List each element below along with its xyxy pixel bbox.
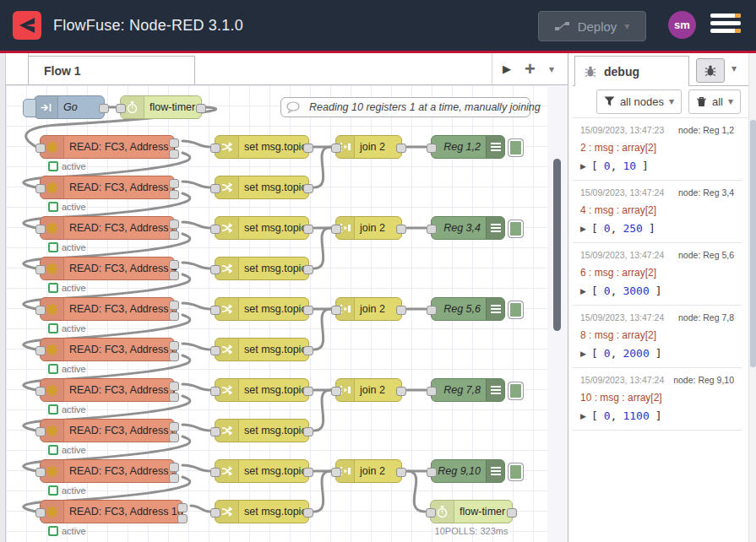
- output-port-1[interactable]: [169, 301, 179, 310]
- timer-node-bottom[interactable]: flow-timer: [430, 500, 513, 523]
- join-node[interactable]: join 2: [335, 297, 402, 321]
- debug-node-reg[interactable]: Reg 9,10: [431, 459, 505, 483]
- input-port[interactable]: [210, 144, 220, 153]
- add-flow-button[interactable]: +: [525, 61, 536, 78]
- output-port[interactable]: [303, 468, 313, 477]
- read-node[interactable]: READ: FC3, Address 7: [40, 378, 175, 402]
- input-port[interactable]: [427, 468, 437, 477]
- output-port[interactable]: [396, 306, 406, 315]
- read-node[interactable]: READ: FC3, Address 6: [40, 338, 175, 361]
- output-port[interactable]: [396, 144, 406, 153]
- output-port[interactable]: [196, 104, 206, 113]
- debug-toggle-button[interactable]: [508, 463, 524, 481]
- change-node[interactable]: set msg.topic: [215, 176, 309, 199]
- input-port[interactable]: [426, 508, 436, 518]
- expand-caret-icon[interactable]: ▶: [580, 287, 586, 295]
- scroll-tabs-icon[interactable]: ▶: [503, 62, 511, 75]
- debug-message[interactable]: 15/09/2023, 13:47:24node: Reg 9,10 10 : …: [573, 368, 742, 431]
- debug-toggle-button[interactable]: [508, 138, 524, 157]
- input-port[interactable]: [35, 225, 46, 234]
- canvas-scrollbar[interactable]: [547, 85, 568, 542]
- read-node[interactable]: READ: FC3, Address 8: [40, 419, 175, 442]
- canvas-scrollbar-thumb[interactable]: [553, 159, 561, 331]
- deploy-caret-icon[interactable]: ▾: [624, 20, 629, 32]
- debug-node-reg[interactable]: Reg 5,6: [431, 297, 505, 321]
- tab-list-caret-icon[interactable]: ▾: [549, 63, 554, 75]
- output-port[interactable]: [396, 225, 406, 234]
- main-menu-icon[interactable]: [710, 14, 741, 37]
- debug-toggle-button[interactable]: [508, 301, 524, 319]
- read-node[interactable]: READ: FC3, Address 9: [40, 459, 175, 483]
- input-port[interactable]: [210, 468, 220, 477]
- output-port[interactable]: [303, 346, 313, 355]
- input-port[interactable]: [210, 225, 220, 234]
- inject-node-go[interactable]: Go: [34, 95, 105, 119]
- input-port[interactable]: [35, 144, 46, 153]
- output-port-1[interactable]: [169, 260, 179, 269]
- debug-node-reg[interactable]: Reg 7,8: [431, 378, 505, 402]
- input-port[interactable]: [331, 144, 341, 153]
- filter-nodes-button[interactable]: all nodes ▾: [596, 89, 682, 114]
- input-port[interactable]: [35, 306, 46, 315]
- input-port[interactable]: [427, 144, 437, 153]
- deploy-button[interactable]: Deploy ▾: [538, 11, 646, 41]
- change-node[interactable]: set msg.topic: [215, 216, 309, 240]
- debug-scrollbar-thumb[interactable]: [750, 120, 756, 367]
- expand-caret-icon[interactable]: ▶: [580, 162, 586, 171]
- input-port[interactable]: [35, 184, 46, 193]
- change-node[interactable]: set msg.topic: [215, 500, 309, 523]
- debug-message[interactable]: 15/09/2023, 13:47:24node: Reg 7,8 8 : ms…: [573, 306, 742, 368]
- read-node[interactable]: READ: FC3, Address 3: [40, 216, 175, 240]
- output-port-2[interactable]: [169, 230, 179, 240]
- clear-messages-button[interactable]: all ▾: [688, 89, 741, 114]
- expand-caret-icon[interactable]: ▶: [580, 225, 586, 233]
- output-port-2[interactable]: [169, 352, 179, 361]
- debug-messages-button[interactable]: [696, 58, 725, 83]
- debug-node-reg[interactable]: Reg 1,2: [431, 135, 505, 159]
- change-node[interactable]: set msg.topic: [215, 419, 309, 442]
- change-node[interactable]: set msg.topic: [215, 297, 309, 321]
- output-port[interactable]: [303, 184, 313, 193]
- output-port-1[interactable]: [169, 138, 179, 148]
- output-port[interactable]: [303, 265, 313, 274]
- input-port[interactable]: [35, 346, 46, 355]
- input-port[interactable]: [35, 508, 46, 518]
- sidebar-options-caret-icon[interactable]: ▾: [732, 62, 737, 74]
- input-port[interactable]: [427, 387, 437, 396]
- join-node[interactable]: join 2: [335, 459, 402, 483]
- input-port[interactable]: [210, 265, 220, 274]
- debug-message[interactable]: 15/09/2023, 13:47:23node: Reg 1,2 2 : ms…: [573, 118, 742, 181]
- output-port-1[interactable]: [169, 382, 179, 391]
- change-node[interactable]: set msg.topic: [215, 378, 309, 402]
- output-port[interactable]: [303, 427, 313, 436]
- input-port[interactable]: [427, 306, 437, 315]
- timer-node-top[interactable]: flow-timer: [120, 95, 202, 119]
- read-node[interactable]: READ: FC3, Address 4: [40, 257, 175, 280]
- comment-node[interactable]: Reading 10 registers 1 at a time, manual…: [280, 97, 530, 117]
- output-port-1[interactable]: [169, 422, 179, 431]
- debug-toggle-button[interactable]: [508, 382, 524, 400]
- user-avatar[interactable]: sm: [668, 11, 696, 39]
- debug-message[interactable]: 15/09/2023, 13:47:24node: Reg 5,6 6 : ms…: [573, 243, 742, 306]
- expand-caret-icon[interactable]: ▶: [580, 350, 586, 358]
- change-node[interactable]: set msg.topic: [215, 338, 309, 361]
- output-port[interactable]: [303, 306, 313, 315]
- input-port[interactable]: [210, 427, 220, 436]
- read-node[interactable]: READ: FC3, Address 10: [40, 500, 183, 523]
- output-port-2[interactable]: [177, 514, 188, 523]
- input-port[interactable]: [35, 387, 46, 396]
- output-port-2[interactable]: [169, 474, 179, 483]
- input-port[interactable]: [331, 306, 341, 315]
- input-port[interactable]: [427, 225, 437, 234]
- change-node[interactable]: set msg.topic: [215, 257, 309, 280]
- flow-canvas[interactable]: Go flow-timer Reading 10 registers 1 at …: [6, 85, 547, 542]
- change-node[interactable]: set msg.topic: [215, 459, 309, 483]
- expand-caret-icon[interactable]: ▶: [580, 412, 586, 420]
- join-node[interactable]: join 2: [335, 135, 402, 159]
- input-port[interactable]: [331, 468, 341, 477]
- input-port[interactable]: [210, 387, 220, 396]
- input-port[interactable]: [210, 508, 220, 518]
- read-node[interactable]: READ: FC3, Address 5: [40, 297, 175, 321]
- output-port-2[interactable]: [169, 149, 179, 159]
- debug-node-reg[interactable]: Reg 3,4: [431, 216, 505, 240]
